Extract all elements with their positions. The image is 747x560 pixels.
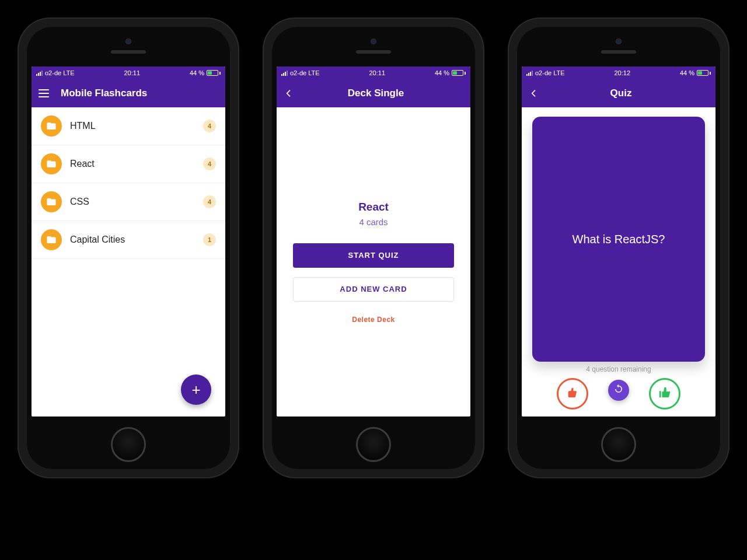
battery-icon bbox=[207, 70, 221, 76]
deck-count-badge: 4 bbox=[203, 195, 216, 208]
screen-deck-list: o2-de LTE 20:11 44 % Mobile Flashcards bbox=[32, 66, 225, 416]
camera-dot bbox=[616, 38, 622, 44]
deck-item[interactable]: Capital Cities 1 bbox=[32, 221, 225, 259]
answer-correct-button[interactable] bbox=[649, 378, 680, 410]
thumbs-up-icon bbox=[658, 386, 671, 401]
deck-item[interactable]: React 4 bbox=[32, 145, 225, 183]
screen-title: Deck Single bbox=[348, 88, 404, 99]
deck-count-badge: 1 bbox=[203, 233, 216, 246]
status-right: 44 % bbox=[190, 69, 221, 76]
quiz-actions bbox=[532, 378, 705, 410]
status-bar: o2-de LTE 20:12 44 % bbox=[522, 66, 715, 79]
phone-frame-1: o2-de LTE 20:11 44 % Mobile Flashcards bbox=[18, 18, 239, 478]
screen-deck-single: o2-de LTE 20:11 44 % Deck Single React bbox=[277, 66, 470, 416]
add-new-card-button[interactable]: ADD NEW CARD bbox=[293, 277, 454, 302]
delete-deck-link[interactable]: Delete Deck bbox=[352, 316, 395, 324]
folder-icon bbox=[41, 116, 62, 136]
home-button[interactable] bbox=[601, 427, 636, 462]
deck-name-heading: React bbox=[358, 201, 389, 214]
app-title: Mobile Flashcards bbox=[61, 88, 147, 99]
folder-icon bbox=[41, 229, 62, 250]
deck-name-label: Capital Cities bbox=[70, 235, 195, 245]
status-right: 44 % bbox=[680, 69, 711, 76]
phone-inner: o2-de LTE 20:11 44 % Deck Single React bbox=[272, 27, 475, 469]
deck-count-badge: 4 bbox=[203, 120, 216, 132]
thumbs-down-icon bbox=[566, 386, 579, 401]
status-right: 44 % bbox=[435, 69, 466, 76]
battery-text: 44 % bbox=[190, 69, 204, 76]
status-time: 20:11 bbox=[124, 69, 140, 76]
deck-single-body: React 4 cards START QUIZ ADD NEW CARD De… bbox=[277, 107, 470, 416]
app-bar: Deck Single bbox=[277, 79, 470, 107]
phone-frame-2: o2-de LTE 20:11 44 % Deck Single React bbox=[263, 18, 484, 478]
phone-inner: o2-de LTE 20:11 44 % Mobile Flashcards bbox=[27, 27, 230, 469]
delete-deck-label: Delete Deck bbox=[352, 316, 395, 324]
status-left: o2-de LTE bbox=[281, 69, 320, 76]
home-button[interactable] bbox=[111, 427, 146, 462]
battery-text: 44 % bbox=[435, 69, 449, 76]
speaker-slit bbox=[601, 50, 636, 54]
status-bar: o2-de LTE 20:11 44 % bbox=[32, 66, 225, 79]
deck-name-label: HTML bbox=[70, 121, 195, 131]
camera-dot bbox=[371, 38, 376, 44]
speaker-slit bbox=[111, 50, 146, 54]
carrier-text: o2-de LTE bbox=[290, 69, 320, 76]
deck-item[interactable]: HTML 4 bbox=[32, 107, 225, 145]
questions-remaining: 4 question remaining bbox=[532, 365, 705, 373]
deck-name-label: CSS bbox=[70, 197, 195, 207]
deck-name-label: React bbox=[70, 159, 195, 169]
start-quiz-label: START QUIZ bbox=[348, 251, 399, 260]
add-card-label: ADD NEW CARD bbox=[340, 285, 407, 293]
folder-icon bbox=[41, 153, 62, 174]
status-left: o2-de LTE bbox=[36, 69, 75, 76]
home-button[interactable] bbox=[356, 427, 391, 462]
device-earpiece bbox=[522, 35, 715, 66]
deck-item[interactable]: CSS 4 bbox=[32, 183, 225, 221]
signal-icon bbox=[281, 71, 288, 76]
app-bar: Quiz bbox=[522, 79, 715, 107]
signal-icon bbox=[526, 71, 533, 76]
camera-dot bbox=[125, 38, 131, 44]
deck-card-count: 4 cards bbox=[359, 217, 388, 227]
quiz-question-card[interactable]: What is ReactJS? bbox=[532, 117, 705, 362]
phone-frame-3: o2-de LTE 20:12 44 % Quiz What is bbox=[508, 18, 729, 478]
carrier-text: o2-de LTE bbox=[45, 69, 75, 76]
status-time: 20:11 bbox=[369, 69, 385, 76]
screen-title: Quiz bbox=[610, 88, 632, 99]
back-icon[interactable] bbox=[282, 87, 295, 100]
refresh-icon bbox=[613, 384, 624, 397]
back-icon[interactable] bbox=[528, 87, 540, 100]
deck-count-badge: 4 bbox=[203, 158, 216, 170]
status-bar: o2-de LTE 20:11 44 % bbox=[277, 66, 470, 79]
plus-icon: + bbox=[191, 381, 200, 399]
app-bar: Mobile Flashcards bbox=[32, 79, 225, 107]
device-earpiece bbox=[277, 35, 470, 66]
menu-icon[interactable] bbox=[37, 87, 50, 100]
answer-incorrect-button[interactable] bbox=[557, 378, 588, 410]
speaker-slit bbox=[356, 50, 391, 54]
flip-card-button[interactable] bbox=[608, 380, 629, 401]
quiz-question-text: What is ReactJS? bbox=[573, 233, 665, 246]
start-quiz-button[interactable]: START QUIZ bbox=[293, 243, 454, 268]
deck-list: HTML 4 React 4 CSS 4 bbox=[32, 107, 225, 259]
device-earpiece bbox=[32, 35, 225, 66]
battery-icon bbox=[452, 70, 466, 76]
battery-text: 44 % bbox=[680, 69, 694, 76]
screen-quiz: o2-de LTE 20:12 44 % Quiz What is bbox=[522, 66, 715, 416]
battery-icon bbox=[697, 70, 711, 76]
add-deck-fab[interactable]: + bbox=[181, 374, 211, 405]
phone-inner: o2-de LTE 20:12 44 % Quiz What is bbox=[517, 27, 720, 469]
folder-icon bbox=[41, 191, 62, 212]
signal-icon bbox=[36, 71, 43, 76]
quiz-body: What is ReactJS? 4 question remaining bbox=[522, 107, 715, 416]
status-left: o2-de LTE bbox=[526, 69, 565, 76]
status-time: 20:12 bbox=[614, 69, 630, 76]
carrier-text: o2-de LTE bbox=[535, 69, 565, 76]
